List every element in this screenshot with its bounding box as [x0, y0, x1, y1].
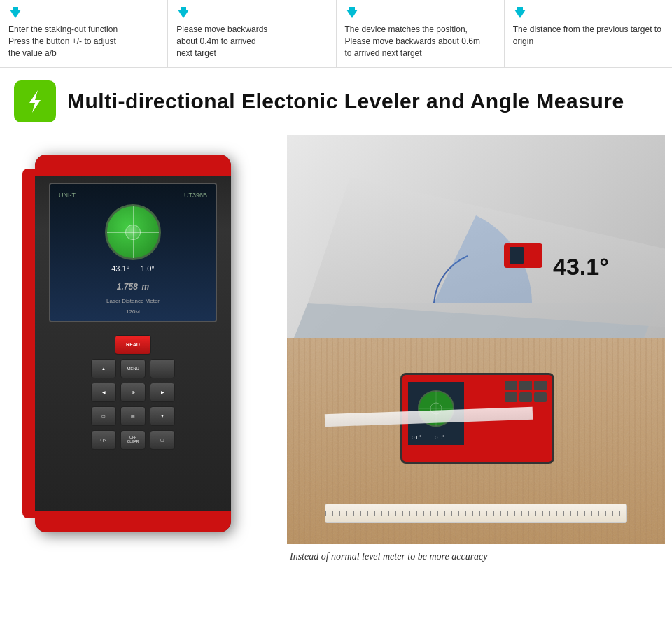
device-panel: UNI-T UT396B 43.1° 1.0° 1.758: [7, 135, 287, 565]
device-red-bottom: [35, 511, 231, 532]
section-header: Multi-directional Electonic Leveler and …: [0, 68, 672, 135]
minus-button[interactable]: —: [150, 359, 175, 378]
lightning-icon: [22, 89, 48, 114]
instruction-cell-1: Enter the staking-out function Press the…: [0, 0, 168, 67]
device-red-side: [22, 169, 35, 518]
read-button[interactable]: READ: [115, 335, 151, 355]
screen-angle1: 43.1°: [111, 264, 130, 273]
device-buttons: READ ▲ MENU — ◀ ⊕ ▶ ▭ ▤: [45, 335, 221, 450]
right-icon: ▶: [161, 390, 164, 395]
arrow-down-icon-2: [176, 6, 190, 20]
off-clear-button[interactable]: OFF CLEAR: [120, 430, 146, 450]
small-btn-5: [519, 392, 532, 402]
small-btn-2: [519, 381, 532, 390]
instruction-text-4: The distance from the previous target to…: [513, 24, 664, 48]
screen-capacity: 120M: [126, 308, 140, 315]
up-icon: ▲: [102, 367, 106, 371]
svg-text:0.0°: 0.0°: [412, 434, 421, 441]
func3-button[interactable]: □▷: [91, 430, 116, 450]
up-button[interactable]: ▲: [91, 359, 116, 378]
off-clear-label: OFF CLEAR: [127, 436, 139, 443]
screen-brand-label: UNI-T: [59, 192, 76, 199]
small-btn-6: [534, 392, 547, 402]
screen-inner: UNI-T UT396B 43.1° 1.0° 1.758: [50, 184, 216, 321]
small-btn-3: [534, 381, 547, 390]
svg-text:43.1°: 43.1°: [553, 253, 609, 280]
level-demo-caption: Instead of normal level meter to be more…: [287, 544, 665, 565]
screen-measurement: 1.758 m: [117, 277, 149, 293]
lightning-badge: [14, 80, 56, 122]
svg-marker-0: [10, 7, 21, 18]
right-button[interactable]: ▶: [150, 383, 175, 402]
instruction-strip: Enter the staking-out function Press the…: [0, 0, 672, 68]
read-button-label: READ: [126, 342, 140, 348]
level-bubble: [105, 204, 161, 260]
device-red-top: [35, 155, 231, 176]
down-button[interactable]: ▼: [150, 406, 175, 426]
instruction-cell-2: Please move backwards about 0.4m to arri…: [168, 0, 336, 67]
svg-rect-8: [510, 247, 524, 264]
center-icon: ⊕: [132, 390, 135, 395]
minus-icon: —: [160, 367, 164, 371]
small-btn-1: [505, 381, 517, 390]
arrow-down-icon-1: [8, 6, 22, 20]
arrow-down-icon-4: [513, 6, 527, 20]
menu-button[interactable]: MENU: [120, 359, 146, 378]
section-title: Multi-directional Electonic Leveler and …: [67, 90, 624, 113]
svg-text:0.0°: 0.0°: [435, 434, 444, 441]
device-image-container: UNI-T UT396B 43.1° 1.0° 1.758: [35, 155, 259, 546]
func3-icon: □▷: [101, 438, 107, 443]
func2-icon: ▤: [131, 414, 135, 419]
arrow-down-icon-3: [345, 6, 359, 20]
instruction-text-1: Enter the staking-out function Press the…: [8, 24, 159, 59]
device-body: UNI-T UT396B 43.1° 1.0° 1.758: [35, 155, 231, 532]
measurement-unit: m: [141, 282, 149, 292]
btn-row-2: ◀ ⊕ ▶: [45, 383, 221, 402]
instruction-text-3: The device matches the position, Please …: [345, 24, 496, 59]
btn-row-1: ▲ MENU —: [45, 359, 221, 378]
crosshair-vertical: [133, 206, 134, 258]
instruction-cell-3: The device matches the position, Please …: [337, 0, 505, 67]
left-button[interactable]: ◀: [91, 383, 116, 402]
device-screen: UNI-T UT396B 43.1° 1.0° 1.758: [49, 183, 217, 322]
angle-diagram-svg: 43.1°: [287, 135, 665, 338]
down-icon: ▼: [160, 414, 164, 419]
main-content: UNI-T UT396B 43.1° 1.0° 1.758: [0, 135, 672, 572]
screen-angle2: 1.0°: [141, 264, 155, 273]
func1-icon: ▭: [102, 414, 106, 419]
tape-lines: [326, 511, 626, 516]
func4-icon: ▢: [160, 438, 164, 443]
right-panel: 43.1°: [287, 135, 665, 565]
level-demo: 0.0° 0.0°: [287, 338, 665, 544]
btn-row-3: ▭ ▤ ▼: [45, 406, 221, 426]
screen-model-label: UT396B: [184, 192, 207, 199]
center-button[interactable]: ⊕: [120, 383, 146, 402]
screen-angle-row: 43.1° 1.0°: [111, 264, 155, 273]
measurement-value: 1.758: [117, 282, 138, 292]
func1-button[interactable]: ▭: [91, 406, 116, 426]
menu-button-label: MENU: [127, 367, 139, 371]
svg-marker-3: [514, 7, 526, 18]
screen-top-row: UNI-T UT396B: [55, 190, 211, 200]
btn-row-4: □▷ OFF CLEAR ▢: [45, 430, 221, 450]
svg-marker-2: [346, 7, 358, 18]
func4-button[interactable]: ▢: [150, 430, 175, 450]
instruction-text-2: Please move backwards about 0.4m to arri…: [176, 24, 327, 59]
svg-marker-4: [29, 90, 41, 113]
func2-button[interactable]: ▤: [120, 406, 146, 426]
btn-row-read: READ: [45, 335, 221, 355]
device-small-buttons: [505, 381, 547, 402]
instruction-cell-4: The distance from the previous target to…: [505, 0, 672, 67]
tape-measure: [325, 504, 627, 523]
angle-demo: 43.1°: [287, 135, 665, 338]
level-demo-inner: 0.0° 0.0°: [287, 338, 665, 544]
svg-marker-1: [178, 7, 189, 18]
left-icon: ◀: [102, 390, 106, 395]
small-btn-4: [505, 392, 517, 402]
screen-laser-label: Laser Distance Meter: [106, 298, 160, 304]
